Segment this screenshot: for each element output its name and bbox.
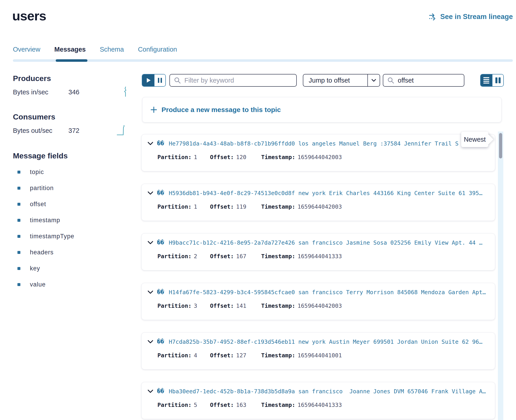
message-row[interactable]: �� Hba30eed7-1edc-452b-8b1a-738d3b5d8a9a… xyxy=(141,382,495,419)
tab-messages[interactable]: Messages xyxy=(54,46,86,53)
message-row[interactable]: �� He77981da-4a43-48ab-b8f8-cb71b96ffdd0… xyxy=(141,134,495,171)
message-meta: Partition:1 Offset:119 Timestamp:1659644… xyxy=(157,203,342,210)
field-bullet-icon xyxy=(17,171,20,173)
select-chevron-area[interactable] xyxy=(367,75,380,86)
stream-lineage-link[interactable]: See in Stream lineage xyxy=(429,13,513,21)
play-button[interactable] xyxy=(142,75,154,86)
message-summary: H5936db81-b943-4e0f-8c29-74513e0c0d8f ne… xyxy=(169,190,489,198)
produce-message-button[interactable]: Produce a new message to this topic xyxy=(142,97,501,122)
play-icon xyxy=(147,78,151,82)
keyword-filter xyxy=(169,74,297,87)
play-pause-toggle xyxy=(142,74,166,87)
message-meta: Partition:2 Offset:167 Timestamp:1659644… xyxy=(157,253,342,260)
filter-input[interactable] xyxy=(184,76,285,84)
search-icon xyxy=(387,77,394,84)
message-fields-heading: Message fields xyxy=(13,151,68,160)
jump-select-value: Jump to offset xyxy=(303,77,367,84)
scrollbar-thumb[interactable] xyxy=(499,133,502,158)
key-glyphs: �� xyxy=(157,239,164,246)
pause-icon xyxy=(158,78,159,83)
expand-chevron-icon[interactable] xyxy=(147,241,153,244)
producers-sparkline-icon xyxy=(123,87,128,97)
message-meta: Partition:3 Offset:141 Timestamp:1659644… xyxy=(157,303,342,309)
message-meta: Partition:5 Offset:163 Timestamp:1659644… xyxy=(157,402,342,408)
topic-page: users See in Stream lineage Overview Mes… xyxy=(0,0,516,420)
field-bullet-icon xyxy=(17,219,20,222)
expand-chevron-icon[interactable] xyxy=(147,142,153,145)
pause-button[interactable] xyxy=(154,75,165,86)
list-view-icon xyxy=(483,77,489,78)
producers-heading: Producers xyxy=(13,74,51,83)
field-item-timestampType[interactable]: timestampType xyxy=(17,233,74,240)
offset-search-input[interactable] xyxy=(397,76,453,84)
page-title: users xyxy=(12,8,46,23)
field-item-partition[interactable]: partition xyxy=(17,185,54,192)
tab-configuration[interactable]: Configuration xyxy=(138,46,177,53)
message-summary: He77981da-4a43-48ab-b8f8-cb71b96ffdd0 lo… xyxy=(169,140,489,148)
field-bullet-icon xyxy=(17,283,20,286)
message-row[interactable]: �� H14fa67fe-5823-4299-b3c4-595845cfcae0… xyxy=(141,283,495,320)
expand-chevron-icon[interactable] xyxy=(147,340,153,344)
message-summary: Hba30eed7-1edc-452b-8b1a-738d3b5d8a9a sa… xyxy=(169,388,489,396)
tab-schema[interactable]: Schema xyxy=(100,46,124,53)
active-tab-indicator xyxy=(56,59,87,62)
offset-label: Offset: xyxy=(210,154,234,160)
bytes-out-value: 372 xyxy=(69,127,79,135)
key-glyphs: �� xyxy=(157,388,164,394)
message-row[interactable]: �� H5936db81-b943-4e0f-8c29-74513e0c0d8f… xyxy=(141,184,495,221)
produce-message-label: Produce a new message to this topic xyxy=(162,106,281,114)
message-summary: H14fa67fe-5823-4299-b3c4-595845cfcae0 sa… xyxy=(169,289,489,297)
field-item-topic[interactable]: topic xyxy=(17,169,44,176)
key-glyphs: �� xyxy=(157,140,164,147)
jump-to-offset-select[interactable]: Jump to offset xyxy=(303,74,380,87)
search-icon xyxy=(174,77,181,84)
field-bullet-icon xyxy=(17,267,20,270)
expand-chevron-icon[interactable] xyxy=(147,191,153,195)
timestamp-value: 1659644042003 xyxy=(298,154,342,160)
consumers-sparkline-icon xyxy=(117,125,128,135)
field-bullet-icon xyxy=(17,203,20,206)
column-view-icon xyxy=(495,77,497,83)
partition-value: 1 xyxy=(194,154,197,160)
lineage-arrows-icon xyxy=(429,13,437,20)
message-row[interactable]: �� H7cda825b-35b7-4952-88ef-c193d546eb11… xyxy=(141,332,495,369)
view-mode-toggle xyxy=(480,74,504,87)
key-glyphs: �� xyxy=(157,289,164,295)
plus-icon xyxy=(151,107,157,113)
pause-icon xyxy=(161,78,162,83)
bytes-out-label: Bytes out/sec xyxy=(13,127,52,135)
message-meta: Partition:1 Offset:120 Timestamp:1659644… xyxy=(157,154,342,160)
chevron-down-icon xyxy=(371,79,376,82)
field-bullet-icon xyxy=(17,251,20,254)
expand-chevron-icon[interactable] xyxy=(147,290,153,294)
newest-tooltip-label: Newest xyxy=(464,136,486,143)
newest-tooltip: Newest xyxy=(461,132,488,147)
partition-label: Partition: xyxy=(157,154,192,160)
message-summary: H9bacc71c-b12c-4216-8e95-2a7da727e426 sa… xyxy=(169,240,489,247)
field-item-timestamp[interactable]: timestamp xyxy=(17,217,60,224)
field-item-offset[interactable]: offset xyxy=(17,201,46,208)
field-bullet-icon xyxy=(17,235,20,238)
tab-underline-track xyxy=(13,59,513,62)
column-view-button[interactable] xyxy=(492,75,503,86)
field-item-value[interactable]: value xyxy=(17,281,46,288)
tab-bar: Overview Messages Schema Configuration xyxy=(13,46,177,53)
list-view-button[interactable] xyxy=(481,75,492,86)
scrollbar-track[interactable] xyxy=(498,131,503,420)
key-glyphs: �� xyxy=(157,189,164,196)
field-bullet-icon xyxy=(17,187,20,190)
offset-value: 120 xyxy=(236,154,246,160)
offset-search xyxy=(383,74,464,87)
bytes-in-label: Bytes in/sec xyxy=(13,89,48,96)
message-row[interactable]: �� H9bacc71c-b12c-4216-8e95-2a7da727e426… xyxy=(141,233,495,270)
key-glyphs: �� xyxy=(157,338,164,345)
tab-overview[interactable]: Overview xyxy=(13,46,40,53)
field-item-headers[interactable]: headers xyxy=(17,249,54,256)
sidebar: Producers Bytes in/sec 346 Consumers Byt… xyxy=(13,74,131,345)
bytes-in-value: 346 xyxy=(69,89,79,96)
field-item-key[interactable]: key xyxy=(17,265,40,272)
consumers-heading: Consumers xyxy=(13,112,55,121)
expand-chevron-icon[interactable] xyxy=(147,390,153,393)
timestamp-label: Timestamp: xyxy=(261,154,295,160)
message-summary: H7cda825b-35b7-4952-88ef-c193d546eb11 ne… xyxy=(169,338,489,346)
